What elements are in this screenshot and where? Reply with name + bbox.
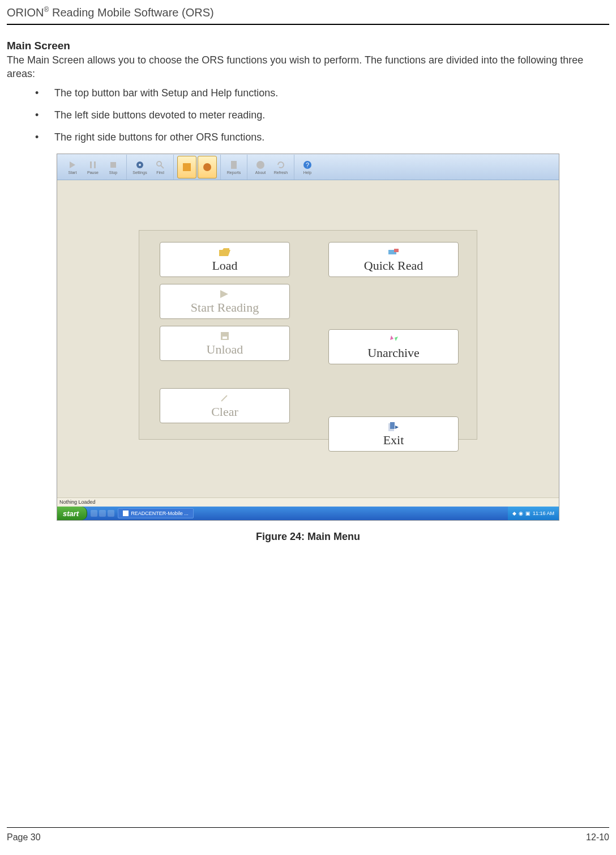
unarchive-icon xyxy=(389,334,398,344)
folder-open-icon xyxy=(219,247,230,257)
svg-marker-14 xyxy=(219,248,230,256)
svg-point-5 xyxy=(139,164,141,166)
toolbar-pause-button[interactable]: Pause xyxy=(83,156,102,178)
quick-read-icon xyxy=(388,247,399,257)
svg-text:?: ? xyxy=(306,161,309,168)
ql-icon[interactable] xyxy=(99,510,106,517)
main-button-panel: Load Start Reading Unload Clear xyxy=(139,230,477,440)
svg-marker-22 xyxy=(395,426,399,429)
help-icon: ? xyxy=(302,159,313,171)
tray-clock: 11:16 AM xyxy=(533,511,554,516)
toolbar-reports-button[interactable]: Reports xyxy=(224,156,243,178)
toolbar-settings-button[interactable]: Settings xyxy=(130,156,149,178)
info-icon xyxy=(255,159,266,171)
load-button[interactable]: Load xyxy=(160,242,290,277)
clear-icon xyxy=(220,393,229,403)
grid-icon xyxy=(181,161,192,173)
tray-icon: ▣ xyxy=(525,511,531,516)
play-icon xyxy=(220,289,229,299)
toolbar-stop-button[interactable]: Stop xyxy=(104,156,123,178)
toolbar-active-button-2[interactable] xyxy=(198,156,217,178)
ql-icon[interactable] xyxy=(91,510,97,517)
bullet-item: The left side buttons devoted to meter r… xyxy=(35,109,609,121)
status-bar: Nothing Loaded xyxy=(57,497,559,507)
svg-rect-23 xyxy=(123,511,129,516)
svg-rect-2 xyxy=(94,161,96,168)
svg-point-9 xyxy=(203,163,211,171)
system-tray[interactable]: ◆ ◉ ▣ 11:16 AM xyxy=(508,507,559,520)
start-button[interactable]: start xyxy=(57,507,87,520)
tray-icon: ◉ xyxy=(519,511,523,516)
bullet-item: The right side buttons for other ORS fun… xyxy=(35,131,609,143)
clear-button[interactable]: Clear xyxy=(160,388,290,423)
svg-rect-10 xyxy=(231,161,237,169)
toolbar-find-button[interactable]: Find xyxy=(151,156,170,178)
svg-point-6 xyxy=(157,161,161,166)
svg-line-7 xyxy=(161,165,164,168)
doc-revision: 12-10 xyxy=(586,832,609,843)
page-footer: Page 30 12-10 xyxy=(7,827,609,843)
tray-icon: ◆ xyxy=(512,511,516,516)
play-icon xyxy=(67,159,78,171)
toolbar-refresh-button[interactable]: Refresh xyxy=(271,156,290,178)
windows-taskbar: start READCENTER-Mobile ... ◆ ◉ ▣ 11:16 … xyxy=(57,507,559,520)
svg-rect-17 xyxy=(223,337,227,339)
quick-launch[interactable] xyxy=(87,510,118,517)
svg-marker-15 xyxy=(220,290,228,298)
app-toolbar: Start Pause Stop Settings xyxy=(57,154,559,180)
gear-icon xyxy=(134,159,146,171)
svg-rect-21 xyxy=(390,422,395,429)
toolbar-start-button[interactable]: Start xyxy=(63,156,82,178)
stop-icon xyxy=(108,159,119,171)
toolbar-help-button[interactable]: ? Help xyxy=(298,156,317,178)
toolbar-about-button[interactable]: About xyxy=(251,156,270,178)
svg-rect-3 xyxy=(110,162,116,168)
toolbar-active-button-1[interactable] xyxy=(177,156,196,178)
save-icon xyxy=(221,331,229,341)
globe-icon xyxy=(202,161,213,173)
refresh-icon xyxy=(275,159,286,171)
unarchive-button[interactable]: Unarchive xyxy=(328,329,459,364)
section-title: Main Screen xyxy=(7,40,609,52)
quick-read-button[interactable]: Quick Read xyxy=(328,242,459,277)
taskbar-item[interactable]: READCENTER-Mobile ... xyxy=(118,508,194,518)
intro-paragraph: The Main Screen allows you to choose the… xyxy=(7,53,609,81)
exit-icon xyxy=(388,422,399,432)
ql-icon[interactable] xyxy=(108,510,114,517)
figure-caption: Figure 24: Main Menu xyxy=(57,531,559,543)
bullet-item: The top button bar with Setup and Help f… xyxy=(35,87,609,99)
start-reading-button[interactable]: Start Reading xyxy=(160,284,290,319)
document-header: ORION® Reading Mobile Software (ORS) xyxy=(7,0,609,23)
page-number: Page 30 xyxy=(7,832,41,843)
svg-marker-0 xyxy=(70,161,75,168)
doc-icon xyxy=(228,159,239,171)
footer-rule xyxy=(7,827,609,828)
exit-button[interactable]: Exit xyxy=(328,416,459,452)
svg-point-11 xyxy=(256,161,264,169)
pause-icon xyxy=(87,159,99,171)
svg-rect-8 xyxy=(183,163,191,171)
bullet-list: The top button bar with Setup and Help f… xyxy=(35,87,609,143)
app-icon xyxy=(123,511,129,516)
svg-rect-1 xyxy=(90,161,92,168)
unload-button[interactable]: Unload xyxy=(160,326,290,361)
svg-rect-19 xyxy=(394,249,399,252)
main-screen-screenshot: Start Pause Stop Settings xyxy=(57,154,559,521)
status-text: Nothing Loaded xyxy=(59,499,96,505)
search-icon xyxy=(155,159,166,171)
